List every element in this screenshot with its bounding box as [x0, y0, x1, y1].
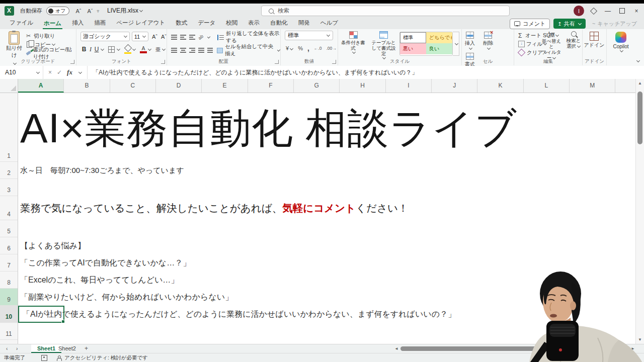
increase-indent-button[interactable]: [207, 48, 213, 53]
underline-button[interactable]: U: [94, 46, 100, 53]
comments-button[interactable]: コメント: [510, 19, 550, 29]
ribbon-tab-ページ レイアウト[interactable]: ページ レイアウト: [115, 19, 166, 29]
row-header-9[interactable]: 9: [0, 289, 18, 306]
column-header-I[interactable]: I: [386, 79, 432, 93]
wrap-text-button[interactable]: 折り返して全体を表示する: [217, 33, 280, 42]
cell-a8-quote[interactable]: 「Excelのこれ、毎日やっててしんどい…」: [20, 272, 179, 289]
autosave-toggle[interactable]: オフ: [46, 7, 69, 15]
align-middle-button[interactable]: [180, 35, 186, 40]
ribbon-tab-ヘルプ[interactable]: ヘルプ: [319, 19, 339, 29]
row-header-8[interactable]: 8: [0, 272, 18, 289]
ribbon-tab-挿入[interactable]: 挿入: [71, 19, 85, 29]
active-cell-selection[interactable]: [18, 306, 64, 323]
cell-a9-quote[interactable]: 「副業やりたいけど、何から始めればいいかわからない」: [20, 289, 233, 306]
increase-decimal-button[interactable]: ←.0: [314, 46, 322, 51]
insert-function-button[interactable]: fx: [67, 68, 72, 76]
decrease-decimal-button[interactable]: .00→: [326, 46, 336, 51]
format-as-table-button[interactable]: テーブルとして書式設定: [369, 29, 397, 60]
column-header-E[interactable]: E: [202, 79, 248, 93]
currency-button[interactable]: ¥: [286, 45, 293, 51]
qat-font-decrease-icon[interactable]: Aˇ: [87, 8, 93, 14]
cell-a1-title[interactable]: AI×業務自動化 相談ライブ: [20, 93, 517, 162]
style-bad[interactable]: 悪い: [400, 43, 426, 54]
name-box[interactable]: A10: [0, 66, 43, 79]
clipboard-dialog-launcher-icon[interactable]: [70, 60, 74, 64]
vertical-scroll-thumb[interactable]: [637, 92, 642, 144]
merge-center-button[interactable]: セルを結合して中央揃え: [217, 46, 280, 55]
excel-app-icon[interactable]: [5, 6, 14, 16]
align-left-button[interactable]: [171, 48, 177, 53]
sheet-nav-prev-icon[interactable]: ‹: [6, 344, 8, 353]
column-header-A[interactable]: A: [18, 79, 64, 93]
ribbon-tab-ファイル[interactable]: ファイル: [9, 19, 34, 29]
sheet-nav-next-icon[interactable]: ›: [16, 344, 18, 353]
search-input[interactable]: 検索: [261, 6, 510, 16]
account-avatar[interactable]: I: [574, 6, 584, 16]
font-dialog-launcher-icon[interactable]: [161, 60, 165, 64]
select-all-corner[interactable]: [0, 79, 18, 93]
copilot-button[interactable]: Copilot: [607, 29, 635, 53]
catchup-button[interactable]: ~キャッチアップ: [589, 19, 640, 29]
ribbon-tab-校閲[interactable]: 校閲: [225, 19, 238, 29]
accessibility-status[interactable]: アクセシビリティ: 検討が必要です: [64, 354, 148, 361]
column-header-G[interactable]: G: [294, 79, 340, 93]
cell-a4-message[interactable]: 業務で気になっていること、解決したいことがあれば、気軽にコメントください！: [20, 196, 408, 220]
align-center-button[interactable]: [180, 48, 186, 53]
column-header-D[interactable]: D: [156, 79, 202, 93]
close-button[interactable]: ×: [632, 8, 641, 15]
ribbon-tab-表示[interactable]: 表示: [247, 19, 261, 29]
column-header-F[interactable]: F: [248, 79, 294, 93]
style-neutral[interactable]: どちらでも...: [426, 32, 452, 43]
conditional-formatting-button[interactable]: 条件付き書式: [339, 29, 367, 54]
column-header-H[interactable]: H: [340, 79, 385, 93]
cell-a6-heading[interactable]: 【よくある悩み】: [20, 237, 86, 254]
column-header-J[interactable]: J: [432, 79, 477, 93]
scroll-left-icon[interactable]: ◄: [394, 346, 398, 351]
ribbon-tab-開発[interactable]: 開発: [297, 19, 311, 29]
insert-cells-button[interactable]: 挿入: [462, 29, 478, 50]
font-color-button[interactable]: A: [140, 46, 147, 53]
borders-button[interactable]: [108, 46, 115, 53]
add-sheet-button[interactable]: +: [85, 344, 88, 353]
cut-button[interactable]: ✂切り取り: [26, 32, 76, 40]
italic-button[interactable]: I: [88, 46, 94, 53]
cell-a2-schedule[interactable]: 水～日 毎朝7:00~7:30ごろまで、やっています: [20, 162, 184, 179]
filename-chevron-icon[interactable]: [139, 9, 143, 12]
align-bottom-button[interactable]: [189, 35, 195, 40]
cell-a10-quote[interactable]: 「AIが社内で使えるようになったんだけど、どのように業務に活かせばいいかわからな…: [22, 306, 456, 323]
ribbon-tab-ホーム[interactable]: ホーム: [43, 20, 62, 30]
comma-style-button[interactable]: ,: [307, 44, 309, 52]
number-dialog-launcher-icon[interactable]: [332, 60, 336, 64]
restore-button[interactable]: [619, 8, 625, 14]
shrink-font-button[interactable]: Aˇ: [161, 34, 167, 40]
premium-gem-icon[interactable]: [590, 7, 597, 14]
percent-button[interactable]: %: [298, 45, 303, 51]
delete-cells-button[interactable]: 削除: [480, 29, 496, 50]
confirm-entry-icon[interactable]: ✓: [57, 69, 62, 76]
row-header-6[interactable]: 6: [0, 237, 18, 254]
alignment-dialog-launcher-icon[interactable]: [275, 60, 279, 64]
sort-filter-button[interactable]: AZ 並べ替えとフィルター: [540, 30, 562, 60]
ribbon-collapse-icon[interactable]: [636, 59, 640, 62]
number-format-select[interactable]: 標準: [285, 31, 333, 40]
cancel-entry-icon[interactable]: ×: [48, 69, 52, 76]
fill-color-button[interactable]: [124, 45, 131, 54]
find-select-button[interactable]: 検索と選択: [562, 30, 585, 49]
phonetic-button[interactable]: 亜: [155, 47, 161, 52]
row-header-7[interactable]: 7: [0, 254, 18, 272]
scroll-up-icon[interactable]: ▲: [636, 81, 644, 85]
addins-button[interactable]: アドイン: [583, 29, 606, 49]
decrease-indent-button[interactable]: [198, 48, 204, 53]
row-header-10[interactable]: 10: [0, 306, 18, 323]
style-normal[interactable]: 標準: [400, 32, 426, 43]
sheet-tab-sheet2[interactable]: Sheet2: [52, 344, 82, 353]
ribbon-tab-自動化[interactable]: 自動化: [269, 19, 289, 29]
column-header-B[interactable]: B: [64, 79, 110, 93]
font-size-select[interactable]: 11: [132, 32, 148, 41]
column-header-K[interactable]: K: [477, 79, 523, 93]
orientation-button[interactable]: ab: [197, 34, 204, 41]
share-button[interactable]: ↥共有: [553, 19, 585, 29]
ribbon-tab-数式[interactable]: 数式: [175, 19, 188, 29]
style-good[interactable]: 良い: [426, 43, 452, 54]
formula-input[interactable]: 「AIが社内で使えるようになったんだけど、どのように業務に活かせばいいかわからな…: [88, 68, 644, 77]
